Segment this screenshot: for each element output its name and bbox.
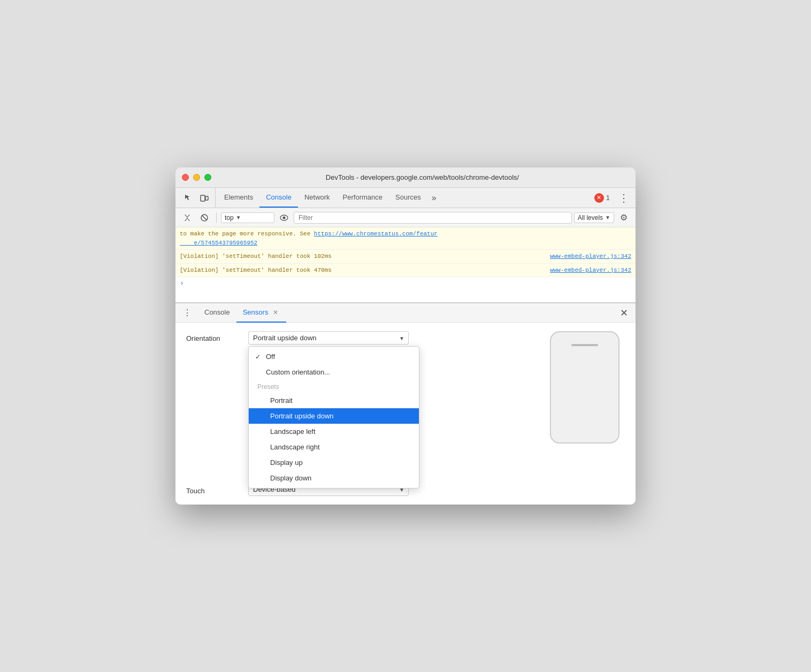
line-ref-3[interactable]: www-embed-player.js:342 xyxy=(550,266,631,275)
phone-preview xyxy=(550,331,619,444)
filter-input[interactable] xyxy=(294,212,572,224)
device-toolbar-button[interactable] xyxy=(197,190,212,205)
tab-bar-left-controls xyxy=(178,188,216,208)
devtools-window: DevTools - developers.google.com/web/too… xyxy=(175,167,636,505)
dropdown-item-off[interactable]: Off xyxy=(249,349,419,364)
context-selector-arrow: ▼ xyxy=(236,215,241,220)
close-button[interactable] xyxy=(182,174,189,181)
svg-point-6 xyxy=(283,216,286,219)
console-toolbar: top ▼ All levels ▼ ⚙ xyxy=(175,208,636,227)
prompt-arrow: › xyxy=(180,279,184,287)
dropdown-item-display-down[interactable]: Display down xyxy=(249,470,419,486)
eye-button[interactable] xyxy=(277,210,292,225)
tab-network[interactable]: Network xyxy=(298,188,336,208)
orientation-dropdown: Off Custom orientation... Presets Portra… xyxy=(248,346,419,488)
console-line-1: to make the page more responsive. See ht… xyxy=(175,227,636,250)
title-bar: DevTools - developers.google.com/web/too… xyxy=(175,167,636,188)
orientation-label: Orientation xyxy=(186,331,240,342)
phone-home-bar xyxy=(571,344,598,346)
dropdown-item-portrait[interactable]: Portrait xyxy=(249,393,419,408)
dropdown-item-landscape-right[interactable]: Landscape right xyxy=(249,439,419,455)
svg-rect-1 xyxy=(205,196,208,200)
error-icon: ✕ xyxy=(594,193,604,203)
console-line-3: [Violation] 'setTimeout' handler took 47… xyxy=(175,264,636,278)
dropdown-item-portrait-upside-down[interactable]: Portrait upside down xyxy=(249,408,419,424)
orientation-select-wrapper: Off Custom orientation... Portrait Portr… xyxy=(248,331,409,345)
orientation-control: Off Custom orientation... Portrait Portr… xyxy=(248,331,409,345)
tab-performance[interactable]: Performance xyxy=(336,188,389,208)
levels-arrow: ▼ xyxy=(605,215,610,220)
bottom-panel-menu-button[interactable]: ⋮ xyxy=(180,306,195,320)
url-link-1[interactable]: https://www.chromestatus.com/featur e/57… xyxy=(180,231,438,246)
clear-console-button[interactable] xyxy=(180,210,195,225)
levels-selector[interactable]: All levels ▼ xyxy=(574,212,614,223)
console-output: to make the page more responsive. See ht… xyxy=(175,227,636,302)
orientation-select[interactable]: Off Custom orientation... Portrait Portr… xyxy=(248,331,409,345)
bottom-tab-sensors[interactable]: Sensors ✕ xyxy=(236,303,287,323)
toolbar-divider xyxy=(216,212,217,223)
tab-elements[interactable]: Elements xyxy=(218,188,259,208)
sensors-tab-close[interactable]: ✕ xyxy=(271,308,280,317)
svg-line-4 xyxy=(202,215,207,220)
settings-button[interactable]: ⚙ xyxy=(616,210,631,225)
bottom-panel-tab-bar: ⋮ Console Sensors ✕ ✕ xyxy=(175,303,636,323)
sensors-content: Orientation Off Custom orientation... Po… xyxy=(175,323,636,505)
tab-bar-menu-button[interactable]: ⋮ xyxy=(614,188,633,208)
bottom-tab-console[interactable]: Console xyxy=(198,303,236,323)
line-ref-2[interactable]: www-embed-player.js:342 xyxy=(550,252,631,261)
window-title: DevTools - developers.google.com/web/too… xyxy=(216,173,629,181)
minimize-button[interactable] xyxy=(193,174,200,181)
bottom-panel: ⋮ Console Sensors ✕ ✕ Orientation Off xyxy=(175,302,636,505)
dropdown-item-landscape-left[interactable]: Landscape left xyxy=(249,424,419,439)
dropdown-item-display-up[interactable]: Display up xyxy=(249,455,419,470)
maximize-button[interactable] xyxy=(204,174,211,181)
context-selector[interactable]: top ▼ xyxy=(221,212,274,223)
svg-marker-2 xyxy=(185,215,190,221)
error-count-badge[interactable]: ✕ 1 xyxy=(590,188,614,208)
bottom-panel-close-button[interactable]: ✕ xyxy=(616,306,631,320)
tab-bar: Elements Console Network Performance Sou… xyxy=(175,188,636,208)
touch-label: Touch xyxy=(186,484,240,495)
tab-sources[interactable]: Sources xyxy=(389,188,427,208)
more-tabs-button[interactable]: » xyxy=(427,188,441,208)
svg-rect-0 xyxy=(201,195,205,201)
inspect-element-button[interactable] xyxy=(181,190,196,205)
block-network-button[interactable] xyxy=(197,210,212,225)
console-prompt[interactable]: › xyxy=(175,277,636,289)
dropdown-item-custom[interactable]: Custom orientation... xyxy=(249,364,419,380)
dropdown-section-presets: Presets xyxy=(249,380,419,393)
console-line-2: [Violation] 'setTimeout' handler took 10… xyxy=(175,250,636,264)
tab-console[interactable]: Console xyxy=(259,188,298,208)
